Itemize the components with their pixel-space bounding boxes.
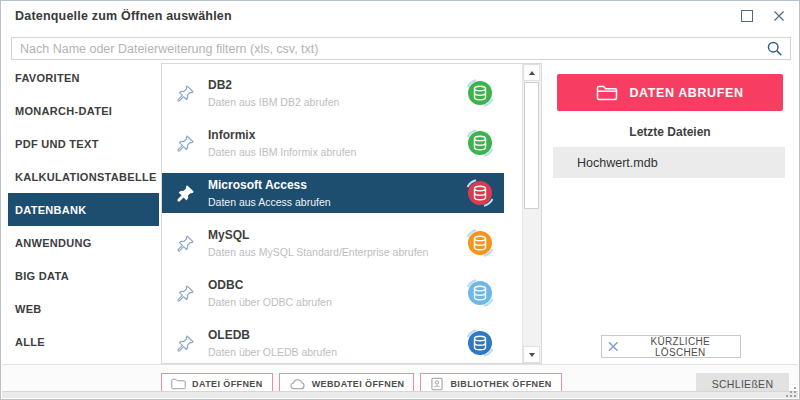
arrow-up-icon xyxy=(529,71,535,75)
source-row-oledb[interactable]: OLEDB Daten über OLEDB abrufen xyxy=(162,318,504,368)
search-bar xyxy=(11,37,791,60)
scrollbar[interactable] xyxy=(522,64,541,363)
source-description: Daten aus IBM Informix abrufen xyxy=(208,145,464,159)
sidebar-item-datenbank[interactable]: DATENBANK xyxy=(8,193,159,226)
source-description: Daten über ODBC abrufen xyxy=(208,295,464,309)
pushpin-icon[interactable] xyxy=(176,184,195,203)
database-icon xyxy=(464,128,496,158)
category-sidebar: FAVORITEN MONARCH-DATEI PDF UND TEXT KAL… xyxy=(8,61,159,358)
source-name: MySQL xyxy=(208,228,464,243)
open-library-label: BIBLIOTHEK ÖFFNEN xyxy=(450,379,551,389)
sidebar-item-kalkulationstabelle[interactable]: KALKULATIONSTABELLE xyxy=(8,160,159,193)
source-description: Daten aus MySQL Standard/Enterprise abru… xyxy=(208,245,464,259)
sidebar-item-monarch-datei[interactable]: MONARCH-DATEI xyxy=(8,94,159,127)
sidebar-item-big-data[interactable]: BIG DATA xyxy=(8,259,159,292)
sidebar-item-pdf-und-text[interactable]: PDF UND TEXT xyxy=(8,127,159,160)
database-icon xyxy=(464,328,496,358)
recent-file-item[interactable]: Hochwert.mdb xyxy=(553,147,785,178)
pushpin-icon[interactable] xyxy=(176,334,195,353)
scroll-down-button[interactable] xyxy=(523,346,540,363)
footer-bar: DATEI ÖFFNEN WEBDATEI ÖFFNEN BIBLIOTHEK … xyxy=(2,364,798,394)
sidebar-item-anwendung[interactable]: ANWENDUNG xyxy=(8,226,159,259)
library-icon xyxy=(430,377,444,391)
right-panel: DATEN ABRUFEN Letzte Dateien Hochwert.md… xyxy=(549,63,791,364)
source-name: Microsoft Access xyxy=(208,178,464,193)
open-file-label: DATEI ÖFFNEN xyxy=(192,379,263,389)
sidebar-item-favoriten[interactable]: FAVORITEN xyxy=(8,61,159,94)
source-name: DB2 xyxy=(208,78,464,93)
source-description: Daten über OLEDB abrufen xyxy=(208,345,464,359)
sidebar-item-alle[interactable]: ALLE xyxy=(8,325,159,358)
source-description: Daten aus IBM DB2 abrufen xyxy=(208,95,464,109)
recent-file-name: Hochwert.mdb xyxy=(577,156,658,170)
source-list: DB2 Daten aus IBM DB2 abrufen Informix D… xyxy=(161,63,542,364)
search-input[interactable] xyxy=(12,38,790,59)
pushpin-icon[interactable] xyxy=(176,234,195,253)
database-icon xyxy=(464,278,496,308)
database-icon xyxy=(464,228,496,258)
source-name: OLEDB xyxy=(208,328,464,343)
search-icon[interactable] xyxy=(766,40,783,61)
open-web-file-label: WEBDATEI ÖFFNEN xyxy=(312,379,405,389)
cloud-icon xyxy=(289,378,306,390)
close-icon[interactable] xyxy=(773,10,785,22)
data-source-dialog: Datenquelle zum Öffnen auswählen FAVORIT… xyxy=(0,0,800,400)
scroll-thumb[interactable] xyxy=(524,82,539,209)
get-data-label: DATEN ABRUFEN xyxy=(629,86,743,100)
pushpin-icon[interactable] xyxy=(176,284,195,303)
source-row-microsoft-access[interactable]: Microsoft Access Daten aus Access abrufe… xyxy=(162,168,504,218)
source-name: Informix xyxy=(208,128,464,143)
get-data-button[interactable]: DATEN ABRUFEN xyxy=(557,74,783,111)
folder-icon xyxy=(596,84,618,101)
scroll-up-button[interactable] xyxy=(523,64,540,81)
source-row-db2[interactable]: DB2 Daten aus IBM DB2 abrufen xyxy=(162,68,504,118)
recent-files-title: Letzte Dateien xyxy=(549,125,791,139)
folder-icon xyxy=(171,378,186,390)
page-title: Datenquelle zum Öffnen auswählen xyxy=(15,9,232,23)
source-row-informix[interactable]: Informix Daten aus IBM Informix abrufen xyxy=(162,118,504,168)
source-row-odbc[interactable]: ODBC Daten über ODBC abrufen xyxy=(162,268,504,318)
database-icon xyxy=(464,78,496,108)
sidebar-item-web[interactable]: WEB xyxy=(8,292,159,325)
clear-recent-label: KÜRZLICHE LÖSCHEN xyxy=(626,336,734,358)
source-name: ODBC xyxy=(208,278,464,293)
window-controls xyxy=(741,10,785,22)
source-row-mysql[interactable]: MySQL Daten aus MySQL Standard/Enterpris… xyxy=(162,218,504,268)
pushpin-icon[interactable] xyxy=(176,134,195,153)
maximize-icon[interactable] xyxy=(741,10,753,22)
resize-grip[interactable] xyxy=(786,387,796,397)
close-dialog-label: SCHLIEßEN xyxy=(712,378,774,390)
source-description: Daten aus Access abrufen xyxy=(208,195,464,209)
x-icon xyxy=(608,341,618,352)
bottom-strip xyxy=(2,391,798,398)
arrow-down-icon xyxy=(529,353,535,357)
clear-recent-button[interactable]: KÜRZLICHE LÖSCHEN xyxy=(601,335,741,358)
pushpin-icon[interactable] xyxy=(176,84,195,103)
database-icon xyxy=(464,178,496,208)
